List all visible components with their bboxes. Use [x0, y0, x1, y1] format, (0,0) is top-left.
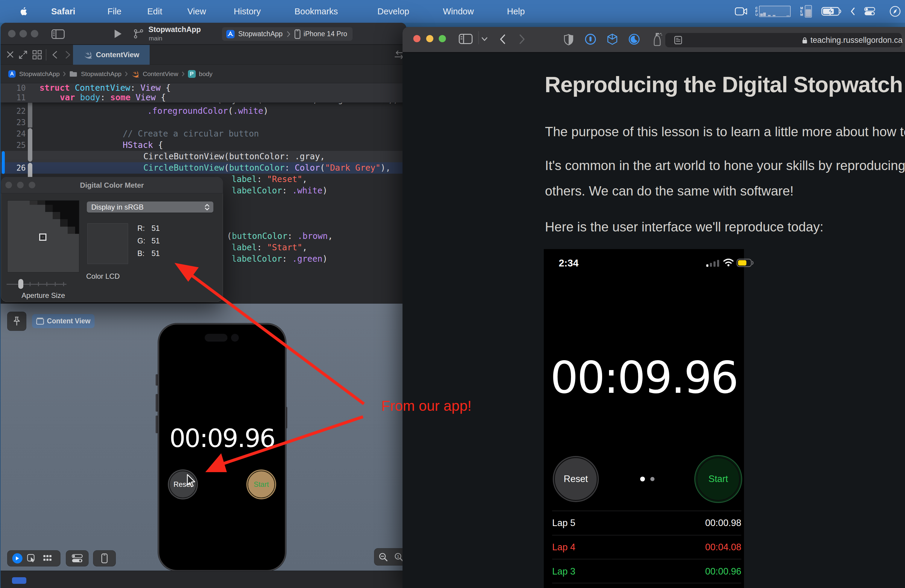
device-settings-button[interactable] — [66, 551, 88, 566]
code-line[interactable]: label: "Start", — [232, 242, 307, 253]
breadcrumb-group[interactable]: StopwatchApp — [81, 70, 121, 78]
menu-window[interactable]: Window — [443, 0, 474, 23]
menu-develop[interactable]: Develop — [377, 0, 409, 23]
live-preview-button[interactable] — [12, 553, 22, 563]
dcm-slider-handle[interactable] — [18, 279, 23, 289]
onepassword-extension-icon[interactable] — [584, 33, 597, 45]
reader-icon[interactable] — [674, 36, 682, 44]
tab-label: ContentView — [96, 51, 140, 59]
variants-mode-button[interactable] — [42, 553, 54, 563]
cpu-gauge-icon[interactable]: CPU — [755, 0, 791, 23]
privacy-shield-icon[interactable] — [564, 33, 574, 46]
sticky-code-line[interactable]: struct ContentView: View { — [40, 83, 171, 93]
code-line[interactable]: labelColor: .white) — [232, 185, 327, 196]
sticky-code-line[interactable]: var body: some View { — [60, 93, 166, 102]
sidebar-chevron-icon[interactable] — [481, 37, 488, 41]
url-field[interactable]: teaching.russellgordon.ca — [665, 33, 902, 47]
svg-text:1: 1 — [397, 554, 399, 559]
tab-contentview[interactable]: ContentView — [73, 45, 150, 65]
branch-name: main — [149, 35, 162, 42]
lap-row: Lap 500:00.98 — [552, 516, 741, 531]
control-center-icon[interactable] — [864, 0, 876, 23]
close-button[interactable] — [8, 30, 16, 37]
editor-grid-icon[interactable] — [32, 50, 42, 60]
clock-status-icon[interactable] — [889, 0, 901, 23]
debug-breakpoint-pill[interactable] — [12, 577, 26, 584]
dcm-display-name: Color LCD — [86, 272, 120, 281]
focus-ribbon-mid[interactable] — [28, 128, 32, 162]
minimize-button[interactable] — [426, 35, 433, 42]
chevron-left-status-icon[interactable] — [850, 0, 855, 23]
reader-lines-icon — [674, 36, 682, 44]
code-line[interactable]: HStack { — [123, 140, 163, 151]
stopwatch-start-button[interactable]: Start — [695, 456, 741, 502]
run-button[interactable] — [113, 29, 122, 39]
code-line[interactable]: .foregroundColor(.white) — [147, 105, 268, 117]
slider-tick — [63, 282, 64, 286]
forward-history-icon[interactable] — [64, 50, 72, 59]
code-line[interactable]: // Create a circular button — [123, 128, 259, 140]
lap-row: Lap 400:04.08 — [552, 540, 741, 555]
menu-history[interactable]: History — [234, 0, 261, 23]
menu-help[interactable]: Help — [507, 0, 525, 23]
menu-view[interactable]: View — [187, 0, 206, 23]
url-text: teaching.russellgordon.ca — [810, 33, 903, 47]
play-icon — [113, 29, 122, 39]
scheme-selector[interactable]: StopwatchApp iPhone 14 Pro — [222, 27, 352, 41]
mem-gauge-icon[interactable]: MEM — [800, 0, 812, 23]
sidebar-icon[interactable] — [459, 34, 473, 44]
back-history-icon[interactable] — [51, 50, 59, 59]
selectable-mode-button[interactable] — [27, 553, 36, 563]
screen-record-icon[interactable] — [735, 0, 748, 23]
cleaner-extension-icon[interactable] — [653, 32, 662, 46]
page-dot-active[interactable] — [640, 477, 645, 482]
phone-mute-switch — [156, 374, 158, 386]
breadcrumb-symbol[interactable]: body — [199, 70, 213, 78]
zoom-button[interactable] — [31, 30, 38, 37]
minimize-button[interactable] — [19, 30, 27, 37]
zoom-button[interactable] — [29, 182, 35, 188]
crescent-moon-icon — [628, 33, 640, 45]
code-line[interactable]: CircleButtonView(buttonColor: .gray, — [143, 151, 325, 162]
menu-bookmarks[interactable]: Bookmarks — [294, 0, 338, 23]
breadcrumb-file[interactable]: ContentView — [143, 70, 178, 78]
apple-menu-icon[interactable] — [20, 0, 28, 23]
paragraph: It's common in the art world to hone you… — [545, 158, 905, 173]
close-editor-icon[interactable] — [6, 50, 14, 59]
dcm-aperture-square — [39, 234, 46, 241]
back-button[interactable] — [499, 33, 506, 45]
expand-editor-icon[interactable] — [19, 50, 27, 59]
zoom-button[interactable] — [439, 35, 446, 42]
cube-extension-icon[interactable] — [606, 33, 619, 45]
rgb-row: R:51 — [137, 224, 160, 233]
chevron-separator — [287, 31, 290, 37]
battery-icon[interactable] — [821, 0, 843, 23]
code-line[interactable]: (buttonColor: .brown, — [227, 230, 333, 242]
code-line[interactable]: label: "Reset", — [232, 174, 307, 185]
lap-separator — [552, 511, 741, 511]
page-dot-inactive[interactable] — [650, 477, 654, 481]
preview-device-button[interactable] — [94, 551, 116, 566]
focus-ribbon-upper[interactable] — [28, 102, 32, 127]
menu-safari[interactable]: Safari — [51, 0, 75, 23]
dcm-display-dropdown[interactable]: Display in sRGB — [87, 202, 213, 213]
navigator-sidebar-icon[interactable] — [51, 29, 65, 39]
pin-preview-button[interactable] — [8, 312, 26, 331]
code-line[interactable]: labelColor: .green) — [232, 253, 327, 265]
dcm-color-swatch — [88, 224, 128, 264]
stopwatch-reset-button[interactable]: Reset — [553, 456, 599, 502]
preview-start-button[interactable]: Start — [247, 470, 276, 499]
menu-edit[interactable]: Edit — [147, 0, 162, 23]
xcode-jump-bar: StopwatchApp StopwatchApp ContentView P … — [1, 65, 406, 83]
close-button[interactable] — [413, 35, 421, 42]
chevron-right-icon — [64, 50, 72, 59]
minimize-button[interactable] — [17, 182, 24, 188]
content-view-pill[interactable]: Content View — [32, 314, 95, 328]
zoom-out-button[interactable] — [379, 552, 388, 562]
dark-mode-extension-icon[interactable] — [628, 33, 640, 45]
close-button[interactable] — [5, 182, 12, 188]
code-line[interactable]: CircleButtonView(buttonColor: Color("Dar… — [143, 162, 391, 174]
menu-file[interactable]: File — [108, 0, 122, 23]
breadcrumb-project[interactable]: StopwatchApp — [19, 70, 60, 78]
forward-button[interactable] — [519, 33, 526, 45]
